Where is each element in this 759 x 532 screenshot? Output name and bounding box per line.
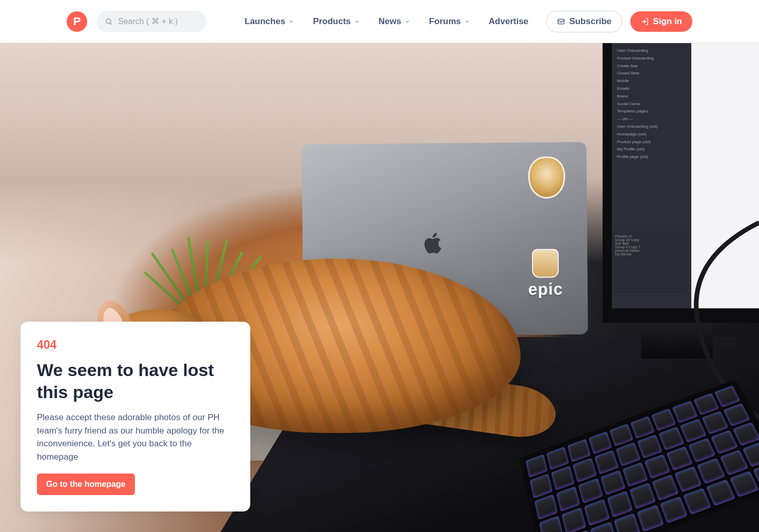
monitor-sidebar-item: Brand: [615, 93, 688, 101]
monitor-sidebar-item: Homepage (old): [615, 131, 688, 139]
svg-rect-2: [558, 19, 564, 24]
chevron-down-icon: [354, 18, 360, 25]
subscribe-label: Subscribe: [569, 16, 611, 27]
search-icon: [105, 17, 113, 26]
monitor-sidebar-item: — old —: [615, 115, 688, 123]
error-body: Please accept these adorable photos of o…: [37, 411, 234, 463]
error-title: We seem to have lost this page: [37, 359, 234, 403]
monitor-sidebar-item: Templates pages: [615, 108, 688, 115]
signin-label: Sign in: [653, 16, 682, 27]
subscribe-button[interactable]: Subscribe: [546, 11, 622, 32]
monitor-sidebar-item: Emails: [615, 85, 688, 93]
chevron-down-icon: [464, 18, 470, 25]
homepage-button-label: Go to the homepage: [46, 480, 126, 488]
nav-advertise[interactable]: Advertise: [489, 16, 528, 27]
chevron-down-icon: [288, 18, 294, 25]
chevron-down-icon: [404, 18, 410, 25]
monitor-sidebar-item: Product page (old): [615, 139, 688, 146]
nav-launches[interactable]: Launches: [245, 16, 294, 27]
monitor-sidebar-item: User Onboarding (old): [615, 123, 688, 131]
nav-label: News: [378, 16, 401, 27]
svg-point-0: [106, 18, 111, 23]
signin-button[interactable]: Sign in: [630, 11, 692, 32]
main-nav: Launches Products News Forums Advertise: [245, 16, 528, 27]
site-header: P Launches Products News Forums Advertis…: [0, 0, 759, 43]
logo[interactable]: P: [67, 11, 87, 32]
hero-image: epic User Onboarding Product Onboarding: [0, 43, 759, 532]
nav-products[interactable]: Products: [313, 16, 360, 27]
nav-label: Launches: [245, 16, 285, 27]
cat-sticker-icon: [528, 156, 566, 199]
monitor-sidebar-item: Social Cards: [615, 101, 688, 108]
monitor-sidebar-item: User Onboarding: [615, 47, 688, 55]
monitor-sidebar-item: Create flow: [615, 63, 688, 70]
nav-forums[interactable]: Forums: [429, 16, 470, 27]
monitor-sidebar-item: Closed Beta: [615, 70, 688, 77]
monitor-sidebar-item: Mobile: [615, 77, 688, 85]
monitor-sidebar-item: My Profile (old): [615, 146, 688, 153]
nav-news[interactable]: News: [378, 16, 410, 27]
homepage-button[interactable]: Go to the homepage: [37, 474, 135, 495]
monitor-sidebar-item: Profile page (old): [615, 153, 688, 161]
svg-line-1: [110, 23, 112, 25]
error-code: 404: [37, 338, 234, 352]
search-input[interactable]: [118, 17, 198, 26]
search-box[interactable]: [96, 11, 206, 32]
header-actions: Subscribe Sign in: [546, 11, 692, 32]
logo-letter: P: [73, 15, 81, 28]
mail-icon: [557, 17, 565, 26]
monitor-sidebar-item: Product Onboarding: [615, 55, 688, 63]
error-card: 404 We seem to have lost this page Pleas…: [21, 322, 250, 511]
nav-label: Advertise: [489, 16, 528, 27]
nav-label: Products: [313, 16, 351, 27]
signin-icon: [641, 17, 649, 26]
nav-label: Forums: [429, 16, 461, 27]
